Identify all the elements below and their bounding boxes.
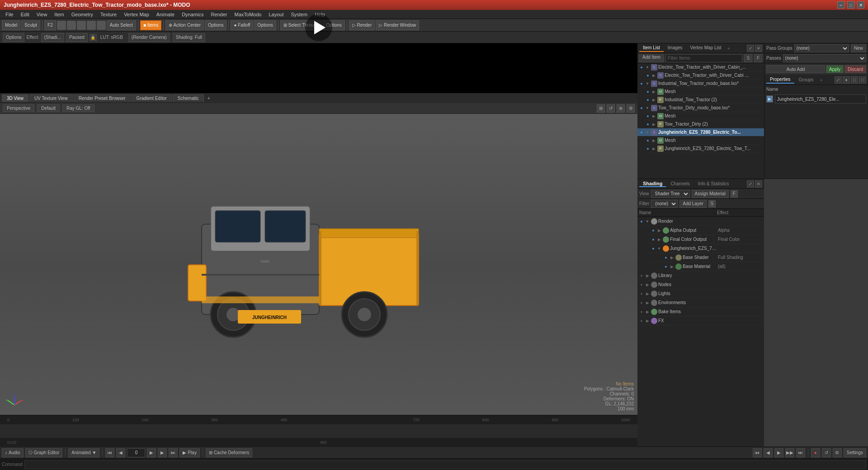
add-viewport-tab-btn[interactable]: + <box>205 94 213 102</box>
close-panel-icon[interactable]: ✕ <box>755 45 762 52</box>
effect-btn[interactable]: (Shadi... <box>41 33 64 42</box>
ray-gl-btn[interactable]: Ray GL: Off <box>62 104 94 112</box>
expand-arrow[interactable]: ▶ <box>651 73 656 78</box>
expand-icon[interactable]: ⤢ <box>747 45 754 52</box>
timeline-body[interactable] <box>0 424 637 438</box>
eye-icon[interactable]: ● <box>645 72 651 79</box>
menu-view[interactable]: View <box>33 11 51 18</box>
add-panel-tab-btn[interactable]: + <box>727 46 730 51</box>
expand-arrow[interactable]: ▶ <box>651 122 656 127</box>
item-row[interactable]: ● ▶ M Mesh <box>644 136 764 145</box>
tab-channels[interactable]: Channels <box>667 180 693 187</box>
render-btn[interactable]: ▷ Render <box>349 20 375 30</box>
tab-gradient-editor[interactable]: Gradient Editor <box>132 94 172 102</box>
next-key-btn[interactable]: ⏭ <box>169 448 178 457</box>
settings-icon[interactable]: ⚙ <box>833 448 842 457</box>
menu-render[interactable]: Render <box>207 11 231 18</box>
tab-images[interactable]: Images <box>664 44 686 52</box>
tab-groups[interactable]: Groups <box>795 76 817 83</box>
item-row[interactable]: ● ▶ F Industrial_Tow_Tractor (2) <box>644 96 764 104</box>
maximize-btn[interactable]: □ <box>847 1 854 9</box>
menu-maxtomodo[interactable]: MaxToModo <box>231 11 265 18</box>
shader-row-base-shader[interactable]: ● ▶ Base Shader Full Shading <box>650 253 764 262</box>
item-row-selected[interactable]: ● ▼ S Jungheinrich_EZS_7280_Electric_To.… <box>637 128 764 136</box>
add-item-btn[interactable]: Add Item <box>639 54 664 62</box>
auto-select-btn[interactable]: Auto Select <box>107 20 136 30</box>
eye-icon[interactable]: ● <box>638 218 645 225</box>
shader-row-environments[interactable]: ● ▶ Environments <box>637 298 764 307</box>
eye-icon[interactable]: ● <box>638 105 645 111</box>
expand-arrow[interactable]: ▶ <box>651 146 656 151</box>
tab-3d-view[interactable]: 3D View <box>2 94 28 102</box>
expand-arrow[interactable]: ▼ <box>645 65 650 70</box>
tab-schematic[interactable]: Schematic <box>173 94 204 102</box>
prev-key-btn[interactable]: ⏮ <box>105 448 114 457</box>
filter-f-btn[interactable]: F <box>754 54 762 62</box>
menu-item[interactable]: Item <box>51 11 67 18</box>
filter-items-input[interactable]: Filter Items <box>665 54 742 62</box>
item-row[interactable]: ● ▼ S Electric_Tow_Tractor_with_Driver_C… <box>637 63 764 71</box>
frame-input[interactable] <box>127 448 145 457</box>
eye-icon[interactable]: ● <box>638 80 645 87</box>
eye-icon[interactable]: ● <box>650 245 656 252</box>
apply-btn[interactable]: Apply <box>826 65 844 73</box>
discard-btn[interactable]: Discard <box>844 65 866 73</box>
action-center-btn[interactable]: ⊕ Action Center <box>165 20 204 30</box>
render-camera-btn[interactable]: (Render Camera) <box>128 33 170 42</box>
eye-icon[interactable]: ● <box>645 113 651 119</box>
paused-btn[interactable]: Paused <box>66 33 88 42</box>
tab-properties[interactable]: Properties <box>766 76 794 84</box>
menu-file[interactable]: File <box>2 11 17 18</box>
shading-close-icon[interactable]: ✕ <box>755 180 762 188</box>
viewport-3d[interactable]: JUNGHEINRICH X Y Z <box>0 114 637 415</box>
expand-arrow[interactable]: ▶ <box>651 138 656 143</box>
transport-icon-5[interactable]: ⏭ <box>796 448 805 457</box>
shader-tree-select[interactable]: Shader Tree <box>651 190 690 198</box>
lock-icon[interactable]: 🔒 <box>90 34 97 41</box>
play-overlay-btn[interactable] <box>305 14 332 41</box>
shader-row-nodes[interactable]: ● ▶ Nodes <box>637 280 764 289</box>
vp-icon-2[interactable]: ↺ <box>607 104 615 113</box>
shader-row-lights[interactable]: ● ▶ Lights <box>637 289 764 298</box>
item-row[interactable]: ● ▶ F Tow_Tractor_Dirty (2) <box>644 120 764 128</box>
vp-icon-4[interactable]: ⚙ <box>627 104 635 113</box>
view-style-btn[interactable]: Default <box>37 104 60 112</box>
tab-uv-texture[interactable]: UV Texture View <box>29 94 73 102</box>
item-name-input[interactable] <box>775 94 866 103</box>
f2-btn[interactable]: F2 <box>44 20 56 30</box>
options-btn[interactable]: Options <box>3 33 24 42</box>
model-btn[interactable]: Model <box>2 20 20 30</box>
expand-icon[interactable]: ▶ <box>645 291 650 296</box>
eye-icon[interactable]: ● <box>663 263 669 270</box>
eye-icon[interactable]: ● <box>645 121 651 127</box>
prop-icon-1[interactable]: ⤢ <box>835 76 842 84</box>
transport-icon-2[interactable]: ◀ <box>764 448 773 457</box>
eye-icon[interactable]: ● <box>645 146 651 152</box>
prop-icon-3[interactable]: □ <box>851 76 858 84</box>
eye-icon[interactable]: ● <box>645 89 651 95</box>
expand-arrow[interactable]: ▼ <box>645 106 650 110</box>
menu-system[interactable]: System <box>287 11 311 18</box>
expand-icon[interactable]: ▶ <box>669 255 675 260</box>
shader-row-alpha[interactable]: ● ▶ Alpha Output Alpha <box>644 226 764 235</box>
expand-arrow[interactable]: ▶ <box>651 98 656 102</box>
menu-dynamics[interactable]: Dynamics <box>178 11 207 18</box>
next-frame-btn[interactable]: ▶ <box>158 448 167 457</box>
add-layer-btn[interactable]: Add Layer <box>679 200 707 208</box>
transport-icon-1[interactable]: ⏮ <box>753 448 762 457</box>
expand-arrow[interactable]: ▼ <box>645 130 650 135</box>
expand-icon[interactable]: ▶ <box>656 237 662 242</box>
tab-item-list[interactable]: Item List <box>639 44 664 52</box>
falloff-options-btn[interactable]: Options <box>254 20 276 30</box>
item-row[interactable]: ● ▶ S Electric_Tow_Tractor_with_Driver_C… <box>644 71 764 80</box>
expand-icon[interactable]: ▼ <box>645 219 650 224</box>
eye-icon[interactable]: ● <box>650 236 656 243</box>
vp-icon-3[interactable]: ⊕ <box>617 104 625 113</box>
add-prop-tab-btn[interactable]: + <box>820 77 822 83</box>
item-row[interactable]: ● ▶ F Jungheinrich_EZS_7280_Electric_Tow… <box>644 145 764 153</box>
tab-vertex-map[interactable]: Vertex Map List <box>687 44 725 52</box>
shader-row-material[interactable]: ● ▼ Jungheinrich_EZS_7280_Ele... <box>644 244 764 253</box>
item-row[interactable]: ● ▶ M Mesh <box>644 112 764 120</box>
shader-row-bake[interactable]: ● ▶ Bake Items <box>637 307 764 316</box>
tab-info-stats[interactable]: Info & Statistics <box>694 180 733 187</box>
